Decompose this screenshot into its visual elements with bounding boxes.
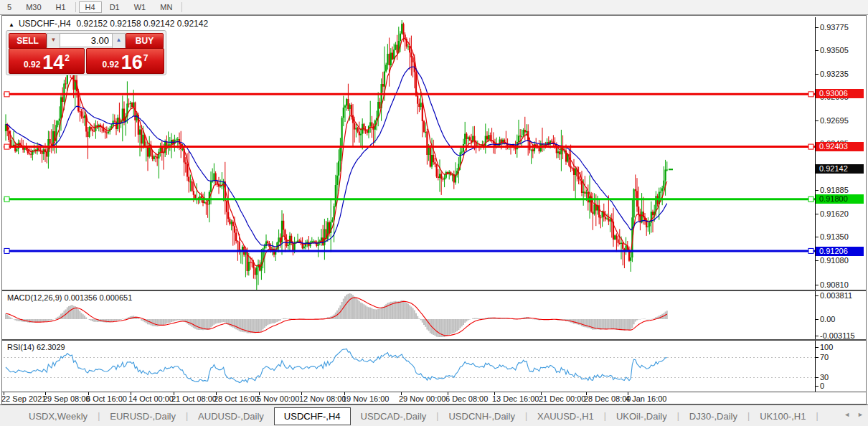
macd-axis-label-tick (815, 319, 819, 320)
chart-ohlc-values: 0.92152 0.92158 0.92142 0.92142 (77, 19, 209, 29)
date-label: 19 Nov 16:00 (342, 394, 389, 403)
buy-price-display[interactable]: 0.92 16 7 (86, 48, 164, 74)
rsi-indicator-label: RSI(14) 62.3029 (7, 343, 65, 351)
volume-input[interactable] (60, 33, 112, 47)
rsi-axis-label-tick (815, 377, 819, 378)
date-label: 12 Nov 08:00 (299, 394, 346, 403)
tab-ukoil-daily[interactable]: UKOil-,Daily (606, 407, 677, 425)
macd-axis-label-tick (815, 336, 819, 336)
tab-scroll-right-icon[interactable]: ► (857, 411, 864, 418)
chart-tabs: USDX,Weekly|EURUSD-,Daily|AUDUSD-,DailyU… (19, 407, 819, 425)
price-tick-mark (815, 190, 819, 191)
tab-audusd-daily[interactable]: AUDUSD-,Daily (188, 407, 274, 425)
price-tick-label: 0.91885 (820, 186, 849, 194)
tab-dj30-daily[interactable]: DJ30-,Daily (679, 407, 747, 425)
price-tick-mark (815, 260, 819, 261)
rsi-axis-label-tick (815, 357, 819, 358)
tab-scroll-controls: ◄ ► (844, 411, 864, 418)
price-badge-0.91206: 0.91206 (816, 247, 864, 256)
rsi-axis-label: 70 (820, 353, 829, 361)
one-click-trading-panel: SELL ▼ ▲ BUY 0.92 14 2 0.92 16 7 (6, 30, 166, 75)
rsi-axis-label-tick (815, 347, 819, 348)
time-axis-divider (2, 392, 866, 392)
macd-axis-label: 0.00 (820, 315, 835, 323)
price-tick-label: 0.91620 (820, 209, 849, 218)
price-tick-mark (815, 285, 819, 285)
rsi-axis-label-tick (815, 386, 819, 387)
mt4-application: 5M30H1H4D1W1MN ▲USDCHF-,H40.92152 0.9215… (0, 0, 868, 426)
price-tick-mark (815, 74, 819, 75)
date-label: 28 Oct 16:00 (214, 394, 259, 403)
tab-usdx-weekly[interactable]: USDX,Weekly (19, 407, 98, 425)
buy-price-point: 7 (143, 53, 148, 63)
chart-symbol-period: USDCHF-,H4 (19, 19, 71, 29)
date-label: 28 Dec 08:00 (584, 394, 631, 403)
price-badge-0.91800: 0.91800 (816, 194, 864, 204)
tab-separator: | (816, 411, 818, 421)
sell-price-prefix: 0.92 (24, 60, 40, 70)
macd-panel-divider (2, 290, 866, 291)
price-tick-mark (815, 27, 819, 28)
buy-price-prefix: 0.92 (102, 60, 118, 70)
rsi-axis-label: 30 (820, 373, 829, 382)
volume-stepper: ▼ ▲ (47, 33, 126, 47)
price-tick-mark (815, 237, 819, 237)
macd-axis-label-tick (815, 295, 819, 296)
chart-tab-bar: USDX,Weekly|EURUSD-,Daily|AUDUSD-,DailyU… (0, 404, 868, 426)
price-tick-mark (815, 214, 819, 214)
price-tick-label: 0.93505 (820, 46, 849, 55)
price-tick-mark (815, 120, 819, 121)
date-label: 21 Oct 08:00 (171, 394, 217, 403)
volume-decrease-icon[interactable]: ▼ (47, 33, 60, 49)
date-label: 29 Nov 00:00 (399, 394, 445, 403)
date-label: 4 Jan 16:00 (626, 394, 667, 403)
tab-usdcad-daily[interactable]: USDCAD-,Daily (351, 407, 437, 425)
date-label: 6 Dec 08:00 (445, 394, 488, 403)
volume-increase-icon[interactable]: ▲ (112, 33, 126, 49)
price-badge-0.93006: 0.93006 (816, 89, 864, 98)
price-tick-label: 0.91080 (820, 256, 849, 265)
buy-price-pips: 16 (121, 53, 143, 72)
tab-scroll-left-icon[interactable]: ◄ (844, 411, 850, 418)
sell-button[interactable]: SELL (9, 33, 47, 49)
buy-button[interactable]: BUY (126, 33, 164, 49)
tab-usdcnh-daily[interactable]: USDCNH-,Daily (438, 407, 524, 425)
date-label: 13 Dec 16:00 (492, 394, 539, 403)
sell-price-point: 2 (65, 53, 70, 63)
date-label: 5 Nov 00:00 (257, 394, 299, 403)
chart-window-title: ▲USDCHF-,H40.92152 0.92158 0.92142 0.921… (9, 19, 208, 29)
date-label: 29 Sep 08:00 (43, 394, 90, 403)
price-tick-label: 0.93775 (820, 23, 849, 32)
date-label: 6 Oct 16:00 (86, 394, 127, 403)
date-label: 22 Sep 2021 (1, 394, 46, 403)
date-label: 21 Dec 00:00 (539, 394, 585, 403)
macd-indicator-label: MACD(12,26,9) 0.001356 0.000651 (7, 293, 132, 302)
sell-price-display[interactable]: 0.92 14 2 (9, 48, 85, 74)
window-collapse-icon[interactable]: ▲ (9, 22, 14, 28)
price-tick-mark (815, 50, 819, 51)
sell-price-pips: 14 (42, 53, 64, 72)
price-tick-label: 0.91350 (820, 232, 849, 241)
tab-eurusd-daily[interactable]: EURUSD-,Daily (100, 407, 186, 425)
date-label: 14 Oct 00:00 (128, 394, 174, 403)
macd-axis-label: 0.003811 (820, 291, 852, 300)
price-badge-0.92403: 0.92403 (816, 142, 864, 151)
rsi-axis-label: 0 (820, 382, 824, 390)
price-tick-label: 0.92695 (820, 116, 849, 125)
rsi-panel-divider (2, 339, 866, 341)
price-tick-label: 0.93235 (820, 70, 849, 78)
price-tick-label: 0.90810 (820, 280, 849, 289)
rsi-axis-label: 100 (820, 343, 833, 351)
tab-uk100-h1[interactable]: UK100-,H1 (750, 407, 816, 425)
tab-xauusd-h1[interactable]: XAUUSD-,H1 (527, 407, 604, 425)
price-badge-0.92142: 0.92142 (816, 164, 864, 174)
tab-usdchf-h4[interactable]: USDCHF-,H4 (274, 407, 351, 425)
